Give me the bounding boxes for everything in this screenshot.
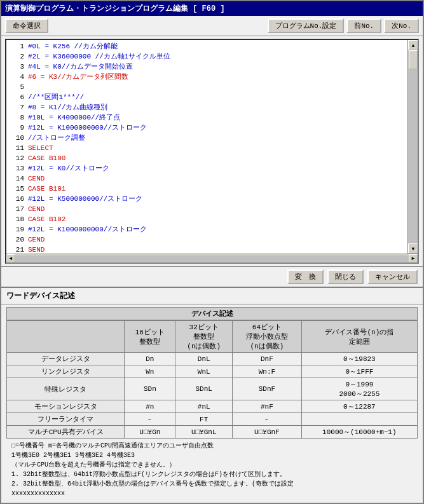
table-cell: 特殊レジスタ (7, 378, 125, 400)
scroll-right-btn[interactable]: ► (409, 254, 418, 263)
line-number: 11 (9, 143, 24, 153)
table-row: データレジスタDnDnLDnF0～19823 (7, 353, 418, 365)
table-cell: 10000～(10000+m−1) (301, 426, 417, 439)
table-row: リンクレジスタWnWnLWn:F0～1FFF (7, 365, 418, 378)
scroll-track-v[interactable] (408, 50, 418, 243)
table-row: 4#6 = K3//カムデータ列区間数 (9, 72, 405, 82)
scroll-track-h[interactable] (15, 255, 409, 262)
table-row: 15 CASE B101 (9, 184, 405, 194)
table-row: 10//ストローク調整 (9, 133, 405, 143)
scroll-left-btn[interactable]: ◄ (6, 254, 15, 263)
editor-scrollbar-v[interactable]: ▲ ▼ (407, 40, 418, 254)
table-cell: 0～19823 (301, 353, 417, 365)
table-row: 6//**区間1***// (9, 92, 405, 102)
table-cell: 0～1999 2000～2255 (301, 378, 417, 400)
line-code: #4L = K0//カムデータ開始位置 (28, 62, 133, 72)
line-number: 13 (9, 163, 24, 174)
main-window: 演算制御プログラム・トランジションプログラム編集 [ F60 ] 命令選択 プロ… (0, 0, 424, 504)
table-cell: SDnF (233, 378, 302, 400)
line-number: 1 (9, 41, 24, 51)
line-number: 10 (9, 133, 24, 143)
table-row: 2#2L = K36000000 //カム軸1サイクル単位 (9, 51, 405, 62)
table-cell: #nL (175, 400, 233, 413)
editor-content[interactable]: 1#0L = K256 //カム分解能2#2L = K36000000 //カム… (6, 40, 407, 254)
line-number: 6 (9, 92, 24, 102)
table-row: モーションレジスタ#n#nL#nF0～12287 (7, 400, 418, 413)
line-number: 18 (9, 214, 24, 224)
line-number: 7 (9, 102, 24, 112)
line-code: #0L = K256 //カム分解能 (28, 41, 118, 51)
col-header-0 (7, 321, 125, 353)
table-row: 14 CEND (9, 174, 405, 184)
line-code: //ストローク調整 (28, 133, 85, 143)
line-number: 8 (9, 112, 24, 123)
line-code: SELECT (28, 143, 53, 153)
convert-button[interactable]: 変 換 (287, 269, 324, 284)
line-number: 9 (9, 123, 24, 133)
cancel-button[interactable]: キャンセル (367, 269, 418, 284)
table-row: マルチCPU共有デバイスU□¥GnU□¥GnLU□¥GnF10000～(1000… (7, 426, 418, 439)
line-number: 21 (9, 245, 24, 254)
line-number: 15 (9, 184, 24, 194)
toolbar: 命令選択 プログラムNo.設定 前No. 次No. (1, 16, 423, 36)
line-code: SEND (28, 245, 44, 254)
line-code: CEND (28, 204, 44, 214)
table-cell: U□¥Gn (125, 426, 175, 439)
program-no-button[interactable]: プログラムNo.設定 (268, 18, 345, 33)
next-no-button[interactable]: 次No. (384, 18, 419, 33)
table-row: 12 CASE B100 (9, 153, 405, 163)
table-row: 1#0L = K256 //カム分解能 (9, 41, 405, 51)
note-line: 2. 32bit整数型、64bit浮動小数点型の場合はデバイス番号を偶数で指定し… (11, 479, 413, 489)
prev-no-button[interactable]: 前No. (346, 18, 381, 33)
col-header-2: 32ビット整数型(nは偶数) (175, 321, 233, 353)
table-cell: #n (125, 400, 175, 413)
table-row: 13 #12L = K0//ストローク (9, 163, 405, 174)
line-code: #6 = K3//カムデータ列区間数 (28, 72, 128, 82)
table-cell: Wn:F (233, 365, 302, 378)
table-cell: FT (175, 413, 233, 426)
table-cell: Dn (125, 353, 175, 365)
line-number: 16 (9, 194, 24, 204)
scroll-thumb-v[interactable] (409, 50, 418, 69)
line-code: //**区間1***// (28, 92, 84, 102)
scroll-up-btn[interactable]: ▲ (408, 40, 418, 50)
table-row: 3#4L = K0//カムデータ開始位置 (9, 62, 405, 72)
table-row: 18 CASE B102 (9, 214, 405, 224)
table-row: 16 #12L = K500000000//ストローク (9, 194, 405, 204)
line-code: CASE B101 (28, 184, 65, 194)
table-cell: モーションレジスタ (7, 400, 125, 413)
table-cell: WnL (175, 365, 233, 378)
line-code: #12L = K1000000000//ストローク (28, 224, 147, 235)
title-bar: 演算制御プログラム・トランジションプログラム編集 [ F60 ] (1, 1, 423, 16)
line-number: 14 (9, 174, 24, 184)
table-cell: 0～12287 (301, 400, 417, 413)
close-button[interactable]: 閉じる (327, 269, 364, 284)
table-cell: － (233, 413, 302, 426)
line-code: #12L = K1000000000//ストローク (28, 123, 147, 133)
table-row: 17 CEND (9, 204, 405, 214)
line-code: #12L = K500000000//ストローク (28, 194, 142, 204)
line-code: CASE B100 (28, 153, 65, 163)
line-number: 2 (9, 51, 24, 62)
device-table-section: デバイス記述 16ビット整数型 32ビット整数型(nは偶数) 64ビット浮動小数… (1, 304, 423, 503)
notes-section: □=号機番号 m=各号機のマルチCPU間高速通信エリアのユーザ自由点数1号機3E… (6, 439, 418, 501)
table-cell: － (125, 413, 175, 426)
col-header-4: デバイス番号(n)の指定範囲 (301, 321, 417, 353)
table-row: 7#8 = K1//カム曲線種別 (9, 102, 405, 112)
table-cell: SDnL (175, 378, 233, 400)
table-cell: #nF (233, 400, 302, 413)
line-code: CEND (28, 235, 44, 245)
table-row: 21SEND (9, 245, 405, 254)
table-row: 5 (9, 82, 405, 92)
table-cell: データレジスタ (7, 353, 125, 365)
table-cell: DnF (233, 353, 302, 365)
editor-area: 1#0L = K256 //カム分解能2#2L = K36000000 //カム… (5, 39, 419, 264)
line-number: 4 (9, 72, 24, 82)
editor-scrollbar-h[interactable]: ◄ ► (6, 254, 418, 262)
table-cell: U□¥GnF (233, 426, 302, 439)
cmd-select-button[interactable]: 命令選択 (5, 18, 48, 33)
device-table-title: デバイス記述 (6, 307, 418, 320)
table-row: 19 #12L = K1000000000//ストローク (9, 224, 405, 235)
scroll-down-btn[interactable]: ▼ (408, 243, 418, 254)
line-code: CASE B102 (28, 214, 65, 224)
